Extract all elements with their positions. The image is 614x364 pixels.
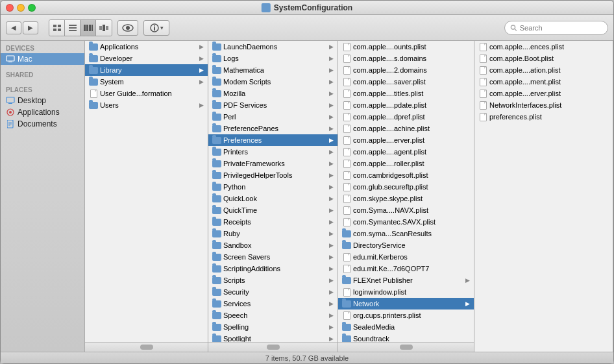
file-name: Services (223, 300, 327, 308)
search-input[interactable] (520, 24, 602, 32)
column-scroll-indicator[interactable] (85, 342, 208, 352)
svg-point-19 (511, 25, 515, 29)
list-item[interactable]: com.cambridgesoft.plist (338, 169, 474, 181)
list-item[interactable]: com.apple....agent.plist (338, 146, 474, 158)
list-item[interactable]: com.syma...ScanResults (338, 228, 474, 239)
list-item[interactable]: PreferencePanes ▶ (208, 123, 338, 134)
list-item[interactable]: LaunchDaemons ▶ (208, 41, 338, 53)
doc-icon (342, 171, 351, 180)
list-item[interactable]: com.apple....ation.plist (474, 64, 613, 76)
list-item[interactable]: com.apple....ences.plist (474, 41, 613, 53)
column-2-scroll[interactable] (208, 342, 338, 352)
svg-point-15 (126, 26, 130, 30)
list-item[interactable]: Spotlight ▶ (208, 333, 338, 342)
list-item[interactable]: com.apple....dpref.plist (338, 111, 474, 123)
list-item[interactable]: Network ▶ (338, 298, 474, 309)
folder-icon (212, 299, 221, 308)
list-item[interactable]: com.apple....roller.plist (338, 158, 474, 169)
column-3-scroll[interactable] (338, 342, 474, 352)
folder-icon (89, 77, 98, 86)
sidebar-item-mac[interactable]: Mac (1, 53, 84, 65)
list-item[interactable]: QuickTime ▶ (208, 204, 338, 216)
list-item[interactable]: PrivilegedHelperTools ▶ (208, 169, 338, 181)
list-item[interactable]: Services ▶ (208, 298, 338, 309)
list-item[interactable]: Python ▶ (208, 181, 338, 193)
list-item[interactable]: Library ▶ (85, 64, 208, 76)
minimize-button[interactable] (17, 4, 25, 12)
list-item[interactable]: Preferences ▶ (208, 134, 338, 146)
sidebar-item-documents[interactable]: Documents (1, 118, 84, 130)
doc-icon (478, 112, 487, 121)
doc-icon (342, 89, 351, 98)
list-item[interactable]: Printers ▶ (208, 146, 338, 158)
back-button[interactable]: ◀ (6, 21, 21, 34)
arrow-icon: ▶ (199, 102, 204, 108)
list-item[interactable]: preferences.plist (474, 111, 613, 123)
arrow-icon: ▶ (329, 277, 334, 284)
column-view-button[interactable] (80, 20, 96, 36)
list-item[interactable]: com.apple....saver.plist (338, 76, 474, 88)
list-item[interactable]: com.apple....2.domains (338, 64, 474, 76)
list-item[interactable]: com.apple....titles.plist (338, 88, 474, 99)
list-item[interactable]: org.cups.printers.plist (338, 309, 474, 321)
list-item[interactable]: Security ▶ (208, 286, 338, 298)
list-item[interactable]: Mozilla ▶ (208, 88, 338, 99)
list-item[interactable]: Mathematica ▶ (208, 64, 338, 76)
list-item[interactable]: ScriptingAdditions ▶ (208, 263, 338, 274)
list-item[interactable]: com.skype.skype.plist (338, 193, 474, 204)
svg-rect-11 (99, 26, 102, 30)
list-item[interactable]: QuickLook ▶ (208, 193, 338, 204)
list-item[interactable]: Perl ▶ (208, 111, 338, 123)
list-item[interactable]: Logs ▶ (208, 53, 338, 64)
action-button[interactable]: ▾ (143, 20, 169, 36)
list-item[interactable]: com.apple....s.domains (338, 53, 474, 64)
list-item[interactable]: FLEXnet Publisher ▶ (338, 274, 474, 286)
list-item[interactable]: loginwindow.plist (338, 286, 474, 298)
search-box[interactable] (504, 21, 608, 35)
sidebar-item-applications[interactable]: Applications (1, 106, 84, 118)
list-item[interactable]: Scripts ▶ (208, 274, 338, 286)
list-item[interactable]: com.apple....ment.plist (474, 76, 613, 88)
coverflow-view-button[interactable] (96, 20, 112, 36)
preview-button[interactable] (117, 20, 138, 36)
list-item[interactable]: Developer ▶ (85, 53, 208, 64)
list-view-button[interactable] (65, 20, 80, 36)
folder-icon (212, 276, 221, 285)
list-item[interactable]: PrivateFrameworks ▶ (208, 158, 338, 169)
list-item[interactable]: Soundtrack (338, 333, 474, 342)
list-item[interactable]: edu.mit.Kerberos (338, 251, 474, 263)
list-item[interactable]: edu.mit.Ke...7d6QOPT7 (338, 263, 474, 274)
list-item[interactable]: com.Syma....NAVX.plist (338, 204, 474, 216)
list-item[interactable]: User Guide...formation (85, 88, 208, 99)
list-item[interactable]: SealedMedia (338, 321, 474, 333)
list-item[interactable]: NetworkInterfaces.plist (474, 99, 613, 111)
arrow-icon: ▶ (465, 300, 470, 307)
list-item[interactable]: DirectoryService (338, 239, 474, 251)
list-item[interactable]: com.glub.secureftp.plist (338, 181, 474, 193)
list-item[interactable]: com.Symantec.SAVX.plist (338, 216, 474, 228)
sidebar-item-desktop[interactable]: Desktop (1, 95, 84, 106)
list-item[interactable]: Modem Scripts ▶ (208, 76, 338, 88)
list-item[interactable]: PDF Services ▶ (208, 99, 338, 111)
list-item[interactable]: Screen Savers ▶ (208, 251, 338, 263)
list-item[interactable]: Spelling ▶ (208, 321, 338, 333)
file-name: preferences.plist (489, 113, 609, 121)
list-item[interactable]: com.apple....achine.plist (338, 123, 474, 134)
list-item[interactable]: Users ▶ (85, 99, 208, 111)
list-item[interactable]: Speech ▶ (208, 309, 338, 321)
list-item[interactable]: com.apple....erver.plist (474, 88, 613, 99)
icon-view-button[interactable] (49, 20, 65, 36)
list-item[interactable]: Ruby ▶ (208, 228, 338, 239)
forward-button[interactable]: ▶ (23, 21, 38, 34)
close-button[interactable] (6, 4, 14, 12)
list-item[interactable]: Applications ▶ (85, 41, 208, 53)
list-item[interactable]: com.apple....erver.plist (338, 134, 474, 146)
list-item[interactable]: com.apple.Boot.plist (474, 53, 613, 64)
list-item[interactable]: Sandbox ▶ (208, 239, 338, 251)
list-item[interactable]: System ▶ (85, 76, 208, 88)
list-item[interactable]: com.apple....pdate.plist (338, 99, 474, 111)
list-item[interactable]: com.apple....ounts.plist (338, 41, 474, 53)
maximize-button[interactable] (28, 4, 36, 12)
list-item[interactable]: Receipts ▶ (208, 216, 338, 228)
file-name: Python (223, 183, 327, 191)
